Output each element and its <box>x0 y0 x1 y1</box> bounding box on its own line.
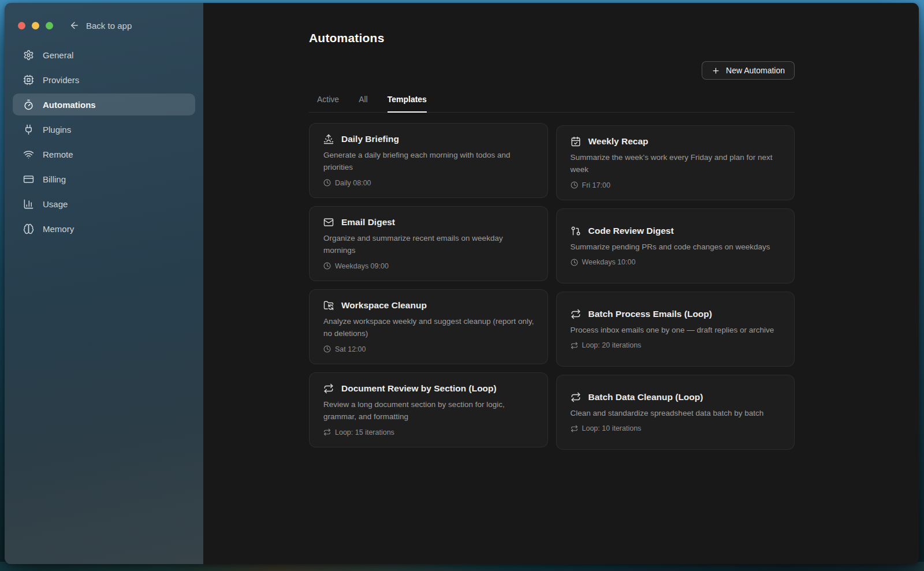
card-description: Analyze workspace weekly and suggest cle… <box>323 316 535 340</box>
sidebar-item-providers[interactable]: Providers <box>13 69 195 91</box>
credit-card-icon <box>23 174 34 185</box>
card-batch-process-emails[interactable]: Batch Process Emails (Loop) Process inbo… <box>556 292 795 367</box>
toolbar: New Automation <box>309 61 795 80</box>
desktop-wallpaper: Back to app General Providers Automation… <box>0 0 924 571</box>
tab-bar: Active All Templates <box>309 95 795 113</box>
tab-templates[interactable]: Templates <box>388 95 427 113</box>
card-schedule: Weekdays 10:00 <box>571 258 782 266</box>
card-schedule-label: Daily 08:00 <box>335 179 371 187</box>
template-card-grid: Daily Briefing Generate a daily briefing… <box>309 123 795 450</box>
sidebar-item-memory[interactable]: Memory <box>13 218 195 240</box>
sunrise-icon <box>323 134 334 144</box>
tab-active[interactable]: Active <box>317 95 339 112</box>
sidebar-item-label: Usage <box>43 199 68 209</box>
sidebar-item-usage[interactable]: Usage <box>13 193 195 215</box>
sidebar: Back to app General Providers Automation… <box>5 3 203 564</box>
card-description: Summarize the week's work every Friday a… <box>571 152 782 176</box>
calendar-check-icon <box>571 136 581 147</box>
card-description: Process inbox emails one by one — draft … <box>571 324 782 337</box>
card-description: Organize and summarize recent emails on … <box>323 233 535 257</box>
folder-sync-icon <box>323 300 334 311</box>
plug-icon <box>23 124 34 135</box>
card-description: Clean and standardize spreadsheet data b… <box>571 408 782 420</box>
git-pull-request-icon <box>571 226 581 236</box>
card-schedule: Sat 12:00 <box>323 345 535 353</box>
mail-icon <box>323 217 334 227</box>
chip-icon <box>23 74 34 85</box>
repeat-icon <box>571 425 578 432</box>
card-loop-meta: Loop: 10 iterations <box>571 424 782 432</box>
card-title: Code Review Digest <box>588 226 674 236</box>
sidebar-item-label: Remote <box>43 150 73 159</box>
sidebar-item-remote[interactable]: Remote <box>13 143 195 165</box>
card-title: Batch Data Cleanup (Loop) <box>588 392 703 402</box>
back-to-app-label: Back to app <box>86 21 132 31</box>
brain-icon <box>23 223 34 234</box>
repeat-icon <box>571 309 581 319</box>
card-schedule: Weekdays 09:00 <box>323 262 535 270</box>
card-description: Summarize pending PRs and code changes o… <box>571 241 782 253</box>
sidebar-item-label: Billing <box>43 174 66 184</box>
titlebar: Back to app <box>13 20 195 31</box>
card-column-left: Daily Briefing Generate a daily briefing… <box>309 123 548 450</box>
arrow-left-icon <box>69 20 80 31</box>
minimize-window-button[interactable] <box>32 22 39 29</box>
card-title: Workspace Cleanup <box>341 300 427 311</box>
card-description: Generate a daily briefing each morning w… <box>323 150 535 174</box>
card-title: Document Review by Section (Loop) <box>341 383 497 394</box>
card-loop-meta: Loop: 20 iterations <box>571 341 782 349</box>
plus-icon <box>711 66 720 75</box>
clock-icon <box>323 345 331 353</box>
clock-icon <box>323 262 331 270</box>
sidebar-item-label: Memory <box>43 224 74 234</box>
new-automation-label: New Automation <box>726 66 785 75</box>
card-title: Daily Briefing <box>341 134 399 144</box>
card-loop-meta: Loop: 15 iterations <box>323 428 535 436</box>
card-loop-label: Loop: 20 iterations <box>582 341 642 349</box>
card-schedule-label: Weekdays 10:00 <box>582 258 636 266</box>
sidebar-item-label: Plugins <box>43 125 71 135</box>
card-column-right: Weekly Recap Summarize the week's work e… <box>556 125 795 450</box>
clock-icon <box>571 259 578 266</box>
card-schedule-label: Sat 12:00 <box>335 345 366 353</box>
card-code-review-digest[interactable]: Code Review Digest Summarize pending PRs… <box>556 208 795 283</box>
back-to-app-button[interactable]: Back to app <box>69 20 132 31</box>
card-title: Weekly Recap <box>588 136 649 147</box>
card-description: Review a long document section by sectio… <box>323 399 535 423</box>
sidebar-item-label: General <box>43 50 73 60</box>
repeat-icon <box>323 428 331 436</box>
sidebar-nav: General Providers Automations Plugins Re… <box>13 44 195 240</box>
sidebar-item-billing[interactable]: Billing <box>13 168 195 190</box>
card-weekly-recap[interactable]: Weekly Recap Summarize the week's work e… <box>556 125 795 200</box>
card-title: Email Digest <box>341 217 395 227</box>
card-daily-briefing[interactable]: Daily Briefing Generate a daily briefing… <box>309 123 548 198</box>
card-loop-label: Loop: 10 iterations <box>582 424 642 432</box>
close-window-button[interactable] <box>18 22 25 29</box>
sidebar-item-general[interactable]: General <box>13 44 195 66</box>
bar-chart-icon <box>23 199 34 210</box>
gear-icon <box>23 50 34 61</box>
clock-icon <box>323 179 331 186</box>
sidebar-item-automations[interactable]: Automations <box>13 94 195 115</box>
clock-icon <box>571 181 578 189</box>
page-title: Automations <box>309 31 795 45</box>
timer-icon <box>23 99 34 110</box>
card-title: Batch Process Emails (Loop) <box>588 309 712 319</box>
new-automation-button[interactable]: New Automation <box>702 61 795 80</box>
repeat-icon <box>571 342 578 349</box>
card-loop-label: Loop: 15 iterations <box>335 428 394 436</box>
card-workspace-cleanup[interactable]: Workspace Cleanup Analyze workspace week… <box>309 289 548 364</box>
tab-all[interactable]: All <box>359 95 368 112</box>
main-panel: Automations New Automation Active All Te… <box>203 3 919 564</box>
repeat-icon <box>571 392 581 402</box>
zoom-window-button[interactable] <box>46 22 53 29</box>
repeat-icon <box>323 383 334 394</box>
card-schedule-label: Weekdays 09:00 <box>335 262 389 270</box>
sidebar-item-plugins[interactable]: Plugins <box>13 118 195 140</box>
card-batch-data-cleanup[interactable]: Batch Data Cleanup (Loop) Clean and stan… <box>556 375 795 450</box>
card-document-review[interactable]: Document Review by Section (Loop) Review… <box>309 372 548 447</box>
card-email-digest[interactable]: Email Digest Organize and summarize rece… <box>309 206 548 281</box>
card-schedule: Fri 17:00 <box>571 181 782 189</box>
sidebar-item-label: Providers <box>43 75 79 85</box>
settings-window: Back to app General Providers Automation… <box>5 3 919 564</box>
